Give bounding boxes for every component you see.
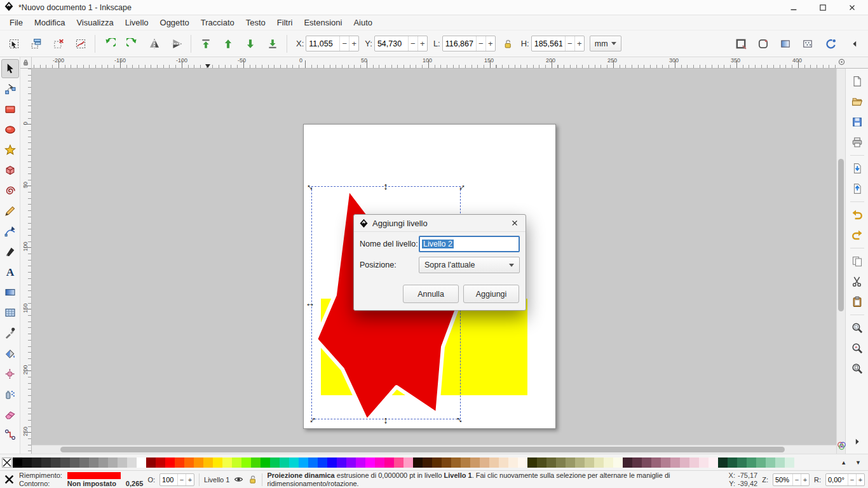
palette-swatch[interactable]	[89, 458, 98, 468]
undo-button[interactable]	[848, 205, 867, 224]
flip-vertical-button[interactable]	[165, 33, 187, 55]
palette-swatch[interactable]	[280, 458, 289, 468]
palette-swatch[interactable]	[403, 458, 413, 468]
palette-swatch[interactable]	[127, 458, 137, 468]
units-dropdown[interactable]: mm	[590, 36, 621, 51]
zoom-input[interactable]	[773, 476, 792, 484]
menu-file[interactable]: File	[4, 17, 29, 29]
snap-rotation-center-button[interactable]	[820, 33, 842, 55]
palette-swatch[interactable]	[575, 458, 585, 468]
palette-swatch[interactable]	[442, 458, 451, 468]
menu-filtri[interactable]: Filtri	[271, 17, 299, 29]
rotation-lock-icon[interactable]	[837, 58, 846, 68]
palette-swatch[interactable]	[98, 458, 108, 468]
tool-bezier[interactable]	[1, 222, 19, 241]
horizontal-scrollbar[interactable]	[32, 445, 836, 454]
palette-swatch[interactable]	[337, 458, 346, 468]
lock-ratio-button[interactable]	[500, 33, 515, 55]
tool-eraser[interactable]	[1, 405, 19, 424]
palette-swatch[interactable]	[413, 458, 423, 468]
stroke-value[interactable]: Non impostato	[67, 480, 121, 487]
rotation-input[interactable]	[826, 476, 848, 484]
palette-swatch[interactable]	[747, 458, 756, 468]
palette-swatch[interactable]	[203, 458, 213, 468]
palette-swatch[interactable]	[289, 458, 299, 468]
selection-touch-button[interactable]	[69, 33, 92, 55]
menu-tracciato[interactable]: Tracciato	[195, 17, 240, 29]
import-button[interactable]	[848, 159, 867, 178]
palette-swatch[interactable]	[394, 458, 403, 468]
palette-swatch[interactable]	[546, 458, 556, 468]
rotate-ccw-button[interactable]	[98, 33, 121, 55]
opacity-decrement-button[interactable]: −	[177, 474, 186, 485]
selection-scale-handle[interactable]: ↕	[383, 181, 388, 191]
palette-swatch[interactable]	[423, 458, 432, 468]
tool-node-editor[interactable]	[1, 79, 19, 98]
palette-swatch[interactable]	[737, 458, 747, 468]
horizontal-ruler[interactable]: -200-150-100-50050100150200250300350400	[32, 57, 836, 69]
dialog-close-button[interactable]	[509, 217, 520, 229]
palette-swatch[interactable]	[461, 458, 470, 468]
palette-swatch[interactable]	[79, 458, 89, 468]
palette-swatch[interactable]	[518, 458, 527, 468]
palette-swatch[interactable]	[22, 458, 32, 468]
move-patterns-button[interactable]	[796, 33, 818, 55]
tool-dropper[interactable]	[1, 323, 19, 342]
palette-swatch[interactable]	[728, 458, 737, 468]
vertical-scrollbar[interactable]	[836, 69, 845, 454]
palette-swatch[interactable]	[51, 458, 60, 468]
h-increment-button[interactable]: +	[574, 36, 584, 51]
palette-swatch[interactable]	[232, 458, 241, 468]
palette-swatch[interactable]	[432, 458, 442, 468]
flip-horizontal-button[interactable]	[143, 33, 165, 55]
zoom-page-button[interactable]	[848, 359, 867, 378]
palette-swatch[interactable]	[623, 458, 632, 468]
palette-swatch[interactable]	[70, 458, 79, 468]
horizontal-scrollbar-thumb[interactable]	[60, 447, 785, 452]
minimize-button[interactable]	[788, 2, 799, 13]
deselect-button[interactable]	[47, 33, 69, 55]
tool-spray[interactable]	[1, 384, 19, 403]
palette-swatch[interactable]	[308, 458, 318, 468]
move-gradients-button[interactable]	[774, 33, 796, 55]
palette-swatch[interactable]	[194, 458, 203, 468]
tool-text[interactable]: A	[1, 262, 19, 281]
tool-gradient[interactable]	[1, 283, 19, 302]
x-decrement-button[interactable]: −	[339, 36, 349, 51]
zoom-selection-button[interactable]	[848, 318, 867, 337]
lower-to-bottom-button[interactable]	[261, 33, 283, 55]
zoom-increment-button[interactable]: +	[801, 474, 809, 485]
tool-pencil[interactable]	[1, 201, 19, 220]
zoom-decrement-button[interactable]: −	[792, 474, 801, 485]
layer-lock-icon[interactable]	[248, 475, 257, 484]
palette-swatch[interactable]	[508, 458, 518, 468]
palette-swatch[interactable]	[718, 458, 728, 468]
palette-swatch[interactable]	[756, 458, 766, 468]
palette-swatch[interactable]	[785, 458, 794, 468]
palette-swatch[interactable]	[709, 458, 718, 468]
tool-ellipse[interactable]	[1, 120, 19, 139]
tool-rectangle[interactable]	[1, 100, 19, 119]
tool-selector[interactable]	[1, 59, 19, 78]
palette-swatch[interactable]	[775, 458, 785, 468]
palette-swatch[interactable]	[642, 458, 651, 468]
tool-star[interactable]	[1, 140, 19, 159]
menu-livello[interactable]: Livello	[119, 17, 154, 29]
menu-estensioni[interactable]: Estensioni	[298, 17, 348, 29]
w-decrement-button[interactable]: −	[476, 36, 485, 51]
palette-swatch[interactable]	[318, 458, 327, 468]
palette-swatch[interactable]	[251, 458, 261, 468]
palette-swatch[interactable]	[175, 458, 184, 468]
palette-swatch[interactable]	[556, 458, 566, 468]
menu-testo[interactable]: Testo	[240, 17, 271, 29]
w-input[interactable]	[443, 36, 476, 51]
palette-swatch[interactable]	[299, 458, 308, 468]
opacity-increment-button[interactable]: +	[186, 474, 194, 485]
no-color-indicator[interactable]	[3, 474, 15, 485]
tool-box-3d[interactable]	[1, 161, 19, 180]
export-button[interactable]	[848, 179, 867, 198]
palette-swatch[interactable]	[489, 458, 499, 468]
palette-swatch[interactable]	[661, 458, 670, 468]
palette-swatch[interactable]	[146, 458, 156, 468]
commands-expand-button[interactable]	[848, 432, 867, 451]
